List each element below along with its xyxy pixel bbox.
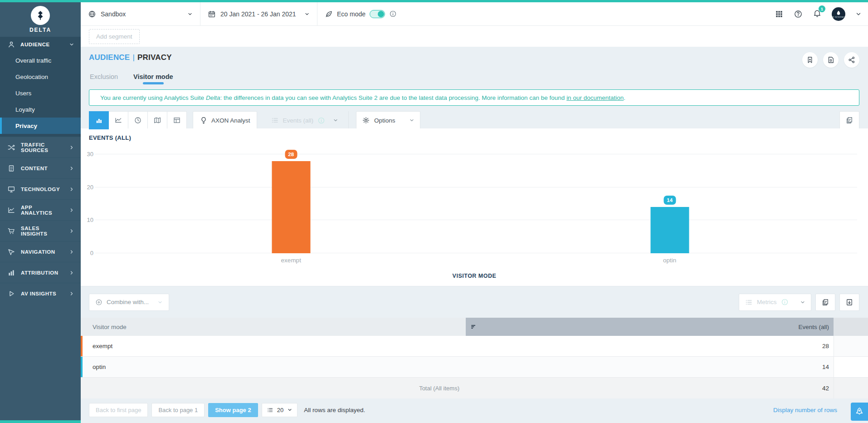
row-accent [81,357,83,377]
breadcrumb-section[interactable]: AUDIENCE [89,53,130,62]
x-axis-category: exempt [281,257,301,264]
sidebar-item-privacy[interactable]: Privacy [0,118,81,134]
user-menu-chevron-icon[interactable] [855,11,862,17]
gridline: 0 [95,253,857,253]
table-row[interactable]: optin 14 [81,357,868,378]
back-to-page-1-button[interactable]: Back to page 1 [151,403,205,417]
site-selector[interactable]: Sandbox [81,2,200,25]
page-header: AUDIENCE|PRIVACY Exclusion Visitor mode … [81,47,868,128]
chart-xaxis-title: VISITOR MODE [81,273,868,279]
monitor-icon [7,185,15,193]
feedback-rocket-button[interactable] [851,403,868,421]
report-button[interactable] [823,52,839,68]
table-icon [173,116,181,124]
rocket-icon [854,407,864,417]
info-icon [781,298,789,306]
axon-analyst-button[interactable]: AXON Analyst [193,111,257,129]
share-button[interactable] [844,52,859,68]
file-icon [827,56,835,64]
add-segment-button[interactable]: Add segment [89,29,140,44]
list-icon [267,407,273,413]
metrics-dropdown[interactable]: Metrics [739,294,811,311]
chevron-right-icon [69,166,74,171]
line-chart-icon [7,206,15,214]
chart-type-time-button[interactable] [128,111,148,129]
data-table: Visitor mode Events (all) exempt 28 opti… [81,318,868,398]
chevron-right-icon [69,187,74,192]
sidebar-group-label: AUDIENCE [20,42,64,47]
play-icon [7,290,15,298]
sidebar-item-geolocation[interactable]: Geolocation [0,69,81,85]
chevron-right-icon [69,228,74,234]
sidebar-item-app-analytics[interactable]: APP ANALYTICS [0,199,81,220]
leaf-logo-icon [31,6,50,25]
events-metric-selector[interactable]: Events (all) [271,116,339,124]
date-range-selector[interactable]: 20 Jan 2021 - 26 Jan 2021 [200,2,317,25]
sidebar-item-attribution[interactable]: ATTRIBUTION [0,262,81,283]
chart-bar-optin[interactable] [650,207,689,253]
copy-table-button[interactable] [815,294,835,311]
sidebar-item-technology[interactable]: TECHNOLOGY [0,178,81,199]
documentation-link[interactable]: in our documentation [566,94,624,101]
column-header-visitor-mode[interactable]: Visitor mode [81,318,466,336]
options-dropdown[interactable]: Options [356,111,420,129]
chevron-right-icon [69,249,74,255]
chart-type-table-button[interactable] [167,111,187,129]
display-number-of-rows-link[interactable]: Display number of rows [773,407,837,413]
info-icon[interactable] [389,10,397,18]
sidebar-item-navigation[interactable]: NAVIGATION [0,241,81,262]
pagination-status: All rows are displayed. [304,407,365,413]
total-label: Total (All items) [81,378,466,398]
brand-logo[interactable]: DELTA [0,2,81,37]
calendar-icon [208,10,216,18]
bookmark-button[interactable] [802,52,818,68]
tab-visitor-mode[interactable]: Visitor mode [133,73,173,84]
date-range-value: 20 Jan 2021 - 26 Jan 2021 [220,10,300,18]
chart-card: EVENTS (ALL) 302010028exempt14optin VISI… [81,128,868,286]
bookmark-icon [806,56,814,64]
user-avatar[interactable]: AT INTERNET [832,7,845,21]
sidebar-item-users[interactable]: Users [0,85,81,101]
gridline: 30 [95,154,857,154]
rows-per-page-dropdown[interactable]: 20 [262,403,297,417]
gear-icon [362,116,370,124]
chart-type-map-button[interactable] [147,111,167,129]
show-page-2-button[interactable]: Show page 2 [208,403,258,417]
sort-desc-icon[interactable] [470,323,477,330]
chart-toolbar: AXON Analyst Events (all) Options [89,111,859,129]
sidebar-item-audience[interactable]: AUDIENCE [0,37,81,52]
sidebar-item-loyalty[interactable]: Loyalty [0,101,81,118]
line-chart-icon [114,116,122,124]
topbar: Sandbox 20 Jan 2021 - 26 Jan 2021 Eco mo… [81,2,868,26]
copy-chart-button[interactable] [839,111,859,129]
eco-mode-section: Eco mode [317,2,404,25]
tab-exclusion[interactable]: Exclusion [90,73,118,84]
export-table-button[interactable] [839,294,859,311]
column-header-events[interactable]: Events (all) [466,318,834,336]
table-controls: Combine with... Metrics [81,286,868,318]
eco-mode-toggle[interactable] [370,10,385,18]
spacer-column [834,318,868,336]
total-value: 42 [466,378,834,398]
sidebar-item-sales-insights[interactable]: SALES INSIGHTS [0,220,81,241]
back-to-first-page-button[interactable]: Back to first page [89,403,148,417]
cart-icon [7,227,15,235]
sidebar-item-traffic-sources[interactable]: TRAFFIC SOURCES [0,137,81,157]
table-row[interactable]: exempt 28 [81,336,868,357]
combine-with-dropdown[interactable]: Combine with... [89,294,169,311]
sidebar-item-overall-traffic[interactable]: Overall traffic [0,52,81,69]
chart-plot: 302010028exempt14optin [95,154,857,253]
chart-bar-exempt[interactable] [272,161,310,253]
apps-grid-icon[interactable] [775,10,784,19]
export-icon [845,298,853,306]
help-icon[interactable] [794,10,803,19]
sidebar-item-av-insights[interactable]: AV INSIGHTS [0,283,81,304]
chart-type-bar-button[interactable] [89,111,109,129]
bar-value-badge: 28 [285,150,297,159]
notifications-button[interactable]: 1 [813,9,822,20]
chart-type-line-button[interactable] [108,111,128,129]
cursor-icon [7,248,15,256]
chevron-down-icon [304,11,310,17]
sidebar: DELTA AUDIENCE Overall traffic Geolocati… [0,2,81,423]
sidebar-item-content[interactable]: CONTENT [0,157,81,178]
